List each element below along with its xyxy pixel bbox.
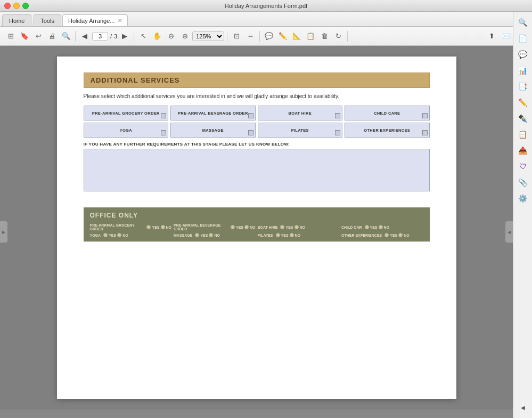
measure-btn[interactable]: 📐: [290, 30, 303, 43]
section-header: Additional Services: [84, 73, 430, 88]
page-input[interactable]: [92, 32, 108, 41]
radio-group-other: YES NO: [384, 233, 410, 237]
export-icon[interactable]: 📤: [515, 143, 530, 158]
tab-close-icon[interactable]: ✕: [118, 18, 122, 23]
checkbox-yoga[interactable]: [161, 130, 166, 135]
share-btn[interactable]: ⬆: [485, 30, 498, 43]
fit-page-btn[interactable]: ⊡: [230, 30, 243, 43]
comment-btn[interactable]: 💬: [263, 30, 275, 43]
office-yoga: YOGA YES NO: [90, 233, 172, 237]
optimize-icon[interactable]: 📎: [515, 175, 530, 190]
compare-icon[interactable]: 📊: [515, 63, 530, 78]
service-massage[interactable]: MASSAGE: [170, 123, 256, 138]
radio-yoga-yes[interactable]: [103, 233, 108, 237]
back-btn[interactable]: ↩: [32, 30, 45, 43]
service-pre-arrival-grocery[interactable]: PRE-ARRIVAL GROCERY ORDER: [84, 106, 169, 120]
maximize-button[interactable]: [22, 3, 29, 9]
page-sep: /: [110, 33, 112, 39]
comment-sidebar-icon[interactable]: 💬: [515, 47, 530, 62]
left-expand-handle[interactable]: ▶: [0, 221, 7, 243]
right-sidebar: 🔍 📄 💬 📊 📑 ✏️ ✒️ 📋 📤 🛡 📎 ⚙️ ◀: [513, 12, 532, 418]
radio-beverage-no[interactable]: [244, 225, 249, 229]
checkbox-massage[interactable]: [248, 130, 253, 135]
checkbox-boat-hire[interactable]: [335, 113, 340, 118]
radio-group-boat: YES NO: [280, 225, 305, 229]
close-button[interactable]: [4, 3, 11, 9]
right-collapse-handle[interactable]: ◀: [505, 221, 513, 243]
radio-massage-yes[interactable]: [195, 233, 199, 237]
service-other-experiences[interactable]: OTHER EXPERIENCES: [345, 123, 430, 138]
checkbox-grocery[interactable]: [161, 113, 166, 118]
minimize-button[interactable]: [13, 3, 20, 9]
checkbox-other[interactable]: [422, 130, 428, 135]
bookmark-btn[interactable]: 🔖: [18, 30, 31, 43]
radio-grocery-no[interactable]: [161, 225, 165, 229]
radio-group-beverage: YES NO: [231, 225, 256, 229]
collapse-right-icon[interactable]: ◀: [515, 400, 530, 415]
delete-btn[interactable]: 🗑: [318, 30, 331, 43]
tab-home[interactable]: Home: [2, 14, 31, 26]
office-beverage: PRE-ARRIVAL BEVERAGE ORDER YES NO: [174, 223, 256, 231]
page-total: 3: [114, 33, 117, 39]
tab-pdf[interactable]: Holiday Arrange... ✕: [62, 14, 128, 26]
further-req-textarea[interactable]: [84, 149, 430, 191]
print-btn[interactable]: 🖨: [46, 30, 59, 43]
radio-other-no[interactable]: [398, 233, 403, 237]
radio-yoga-no[interactable]: [117, 233, 121, 237]
separator-5: [347, 31, 348, 42]
title-bar: Holiday Arrangements Form.pdf: [0, 0, 532, 12]
checkbox-beverage[interactable]: [248, 113, 253, 118]
separator-1: [75, 31, 76, 42]
service-boat-hire[interactable]: BOAT HIRE: [258, 106, 343, 120]
services-grid: PRE-ARRIVAL GROCERY ORDER PRE-ARRIVAL BE…: [84, 106, 430, 138]
further-req-label: IF YOU HAVE ANY FURTHER REQUIREMENTS AT …: [84, 142, 430, 147]
traffic-lights: [4, 3, 29, 9]
radio-child-no[interactable]: [379, 225, 383, 229]
service-child-care[interactable]: CHILD CARE: [345, 106, 430, 120]
email-btn[interactable]: ✉️: [500, 30, 513, 43]
radio-child-yes[interactable]: [365, 225, 369, 229]
bottom-scrollbar[interactable]: [0, 409, 513, 418]
window-title: Holiday Arrangements Form.pdf: [225, 3, 307, 9]
thumbnail-btn[interactable]: ⊞: [4, 30, 17, 43]
form-icon[interactable]: 📋: [515, 127, 530, 142]
office-other: OTHER EXPERIENCES YES NO: [341, 233, 423, 237]
checkbox-pilates[interactable]: [335, 130, 340, 135]
zoom-sidebar-icon[interactable]: 🔍: [515, 15, 530, 30]
sign-icon[interactable]: ✒️: [515, 111, 530, 126]
checkbox-child-care[interactable]: [422, 113, 428, 118]
tab-tools[interactable]: Tools: [34, 14, 61, 26]
radio-other-yes[interactable]: [384, 233, 389, 237]
office-pilates: PILATES YES NO: [258, 233, 340, 237]
radio-massage-no[interactable]: [209, 233, 213, 237]
redact-icon[interactable]: 📄: [515, 31, 530, 46]
prev-page-btn[interactable]: ◀: [78, 30, 91, 43]
service-pilates[interactable]: PILATES: [258, 123, 343, 138]
pdf-container[interactable]: Additional Services Please select which …: [0, 46, 513, 409]
stamp-btn[interactable]: 📋: [304, 30, 317, 43]
edit-icon[interactable]: ✏️: [515, 95, 530, 110]
radio-pilates-no[interactable]: [290, 233, 294, 237]
radio-boat-no[interactable]: [294, 225, 299, 229]
zoom-select[interactable]: 125% 100% 150%: [192, 31, 224, 41]
radio-grocery-yes[interactable]: [146, 225, 151, 229]
fit-width-btn[interactable]: ↔: [244, 30, 257, 43]
search-btn[interactable]: 🔍: [60, 30, 72, 43]
protect-icon[interactable]: 🛡: [515, 159, 530, 174]
service-pre-arrival-beverage[interactable]: PRE-ARRIVAL BEVERAGE ORDER: [170, 106, 256, 120]
zoom-out-btn[interactable]: ⊖: [165, 30, 177, 43]
rotate-btn[interactable]: ↻: [332, 30, 345, 43]
next-page-btn[interactable]: ▶: [118, 30, 131, 43]
service-yoga[interactable]: YOGA: [84, 123, 169, 138]
office-section: Office Only PRE-ARRIVAL GROCERY ORDER YE…: [84, 207, 430, 242]
hand-tool-btn[interactable]: ✋: [151, 30, 163, 43]
radio-boat-yes[interactable]: [280, 225, 284, 229]
stamps-icon[interactable]: 📑: [515, 79, 530, 94]
zoom-in-btn[interactable]: ⊕: [178, 30, 191, 43]
radio-beverage-yes[interactable]: [231, 225, 235, 229]
radio-pilates-yes[interactable]: [276, 233, 280, 237]
tools-sidebar-icon[interactable]: ⚙️: [515, 191, 530, 206]
cursor-tool-btn[interactable]: ↖: [137, 30, 150, 43]
office-header: Office Only: [90, 212, 423, 219]
markup-btn[interactable]: ✏️: [276, 30, 289, 43]
